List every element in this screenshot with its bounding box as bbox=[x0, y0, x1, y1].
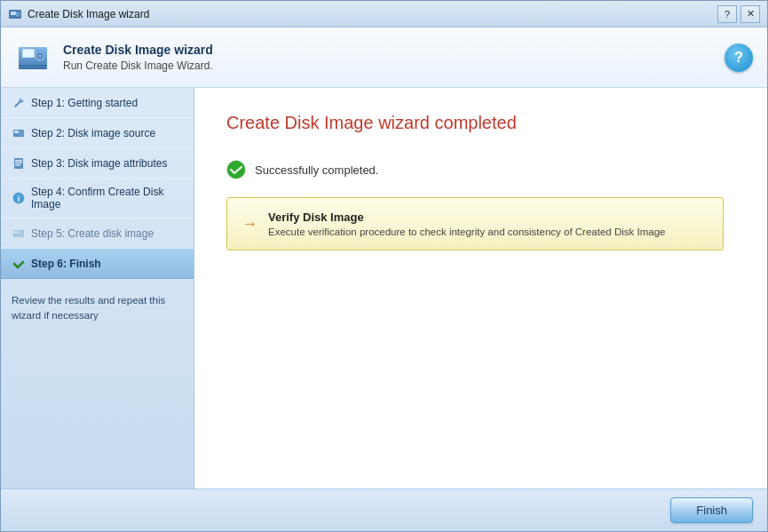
verify-description: Execute verification procedure to check … bbox=[268, 226, 665, 237]
header-title: Create Disk Image wizard bbox=[63, 43, 213, 57]
step5-label: Step 5: Create disk image bbox=[31, 227, 154, 240]
verify-title: Verify Disk Image bbox=[268, 210, 665, 224]
svg-rect-14 bbox=[14, 131, 19, 133]
main-layout: Step 1: Getting started Step 2: Disk ima… bbox=[1, 88, 767, 488]
arrow-icon: → bbox=[241, 215, 257, 234]
close-title-button[interactable]: ✕ bbox=[740, 5, 760, 23]
content-area: Create Disk Image wizard completed Succe… bbox=[194, 88, 767, 488]
header-subtitle: Run Create Disk Image Wizard. bbox=[63, 60, 213, 72]
footer: Finish bbox=[1, 488, 767, 531]
sidebar-item-step4[interactable]: i Step 4: Confirm Create Disk Image bbox=[1, 179, 194, 218]
verify-box[interactable]: → Verify Disk Image Execute verification… bbox=[226, 197, 724, 250]
title-bar-text: Create Disk Image wizard bbox=[28, 8, 149, 20]
header-icon-container bbox=[15, 40, 51, 75]
svg-text:i: i bbox=[18, 195, 20, 203]
help-button[interactable]: ? bbox=[724, 44, 753, 72]
help-title-button[interactable]: ? bbox=[717, 5, 737, 23]
header-left: Create Disk Image wizard Run Create Disk… bbox=[15, 40, 213, 75]
svg-rect-18 bbox=[15, 160, 22, 162]
title-bar: Create Disk Image wizard ? ✕ bbox=[1, 1, 767, 28]
sidebar-item-step1[interactable]: Step 1: Getting started bbox=[1, 88, 194, 118]
create-icon bbox=[12, 226, 26, 241]
svg-rect-20 bbox=[15, 164, 20, 166]
svg-point-10 bbox=[39, 54, 41, 56]
sidebar-item-step3[interactable]: Step 3: Disk image attributes bbox=[1, 148, 194, 179]
step4-label: Step 4: Confirm Create Disk Image bbox=[31, 186, 185, 210]
svg-rect-11 bbox=[19, 65, 47, 67]
svg-rect-24 bbox=[14, 231, 19, 234]
title-bar-left: Create Disk Image wizard bbox=[8, 7, 149, 21]
verify-text: Verify Disk Image Execute verification p… bbox=[268, 210, 665, 237]
confirm-icon: i bbox=[12, 191, 26, 205]
title-bar-icon bbox=[8, 7, 22, 21]
step2-label: Step 2: Disk image source bbox=[31, 127, 155, 139]
wrench-icon bbox=[12, 96, 26, 110]
content-title: Create Disk Image wizard completed bbox=[226, 113, 735, 133]
title-bar-controls: ? ✕ bbox=[717, 5, 760, 23]
attributes-icon bbox=[12, 156, 26, 171]
step1-label: Step 1: Getting started bbox=[31, 97, 138, 109]
wizard-window: Create Disk Image wizard ? ✕ bbox=[0, 0, 768, 532]
svg-rect-1 bbox=[11, 12, 16, 15]
header-area: Create Disk Image wizard Run Create Disk… bbox=[1, 28, 767, 88]
success-icon bbox=[226, 160, 246, 179]
header-text: Create Disk Image wizard Run Create Disk… bbox=[63, 43, 213, 72]
svg-point-3 bbox=[17, 13, 19, 15]
disk-icon bbox=[15, 40, 51, 75]
svg-rect-19 bbox=[15, 162, 22, 163]
svg-point-26 bbox=[20, 233, 22, 234]
svg-rect-7 bbox=[23, 50, 34, 57]
step3-label: Step 3: Disk image attributes bbox=[31, 157, 167, 170]
sidebar-item-step2[interactable]: Step 2: Disk image source bbox=[1, 118, 194, 148]
success-row: Successfully completed. bbox=[226, 160, 735, 179]
disk-source-icon bbox=[12, 126, 26, 140]
svg-point-16 bbox=[20, 132, 22, 134]
sidebar: Step 1: Getting started Step 2: Disk ima… bbox=[1, 88, 194, 488]
success-text: Successfully completed. bbox=[255, 163, 378, 177]
svg-rect-12 bbox=[19, 67, 47, 69]
sidebar-item-step6[interactable]: Step 6: Finish bbox=[1, 249, 194, 279]
finish-check-icon bbox=[12, 257, 26, 271]
sidebar-description: Review the results and repeat this wizar… bbox=[1, 282, 194, 335]
step6-label: Step 6: Finish bbox=[31, 258, 101, 270]
sidebar-item-step5: Step 5: Create disk image bbox=[1, 218, 194, 249]
finish-button[interactable]: Finish bbox=[670, 497, 753, 523]
